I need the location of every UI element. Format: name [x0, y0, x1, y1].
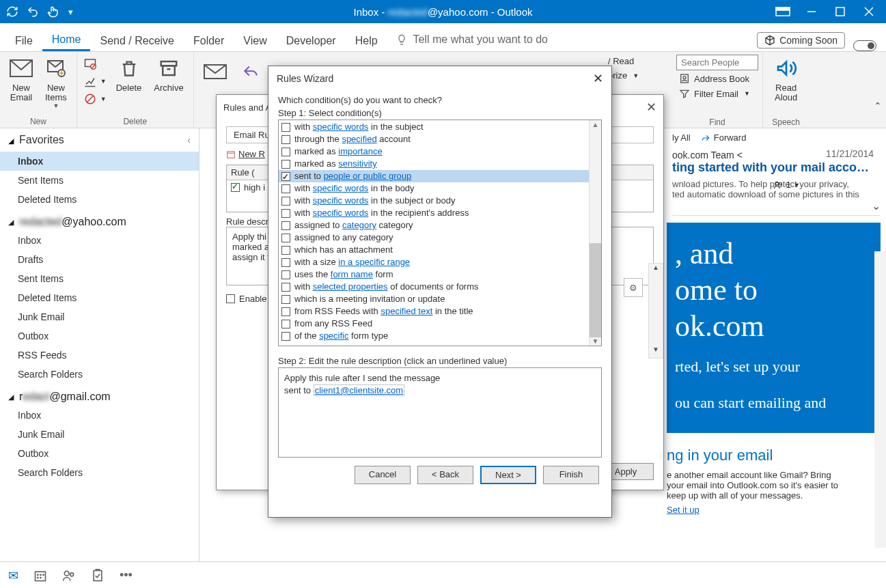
set-it-up-link[interactable]: Set it up: [667, 505, 881, 515]
condition-row[interactable]: with selected properties of documents or…: [279, 281, 601, 293]
nav-item-junk-email[interactable]: Junk Email: [0, 425, 199, 444]
recipient-link[interactable]: client1@clientsite.com: [314, 384, 405, 396]
nav-item-outbox[interactable]: Outbox: [0, 444, 199, 463]
rules-scrollbar[interactable]: ▲▼: [648, 263, 663, 359]
wizard-back-button[interactable]: < Back: [417, 466, 473, 484]
wizard-close-icon[interactable]: ✕: [593, 71, 603, 86]
ribbon-options-icon[interactable]: [769, 0, 797, 23]
nav-item-rss-feeds[interactable]: RSS Feeds: [0, 346, 199, 365]
condition-row[interactable]: of the specific form type: [279, 330, 601, 342]
condition-row[interactable]: through the specified account: [279, 133, 601, 145]
condition-checkbox[interactable]: [281, 172, 290, 181]
ignore-icon[interactable]: [81, 56, 109, 71]
tell-me[interactable]: Tell me what you want to do: [396, 28, 548, 51]
condition-checkbox[interactable]: [281, 123, 290, 132]
nav-item-inbox[interactable]: Inbox: [0, 152, 199, 171]
people-module-icon[interactable]: [62, 569, 76, 583]
condition-link[interactable]: selected properties: [313, 281, 388, 292]
nav-item-search-folders[interactable]: Search Folders: [0, 365, 199, 384]
expand-icon[interactable]: ⌄: [672, 199, 881, 212]
nav-item-sent-items[interactable]: Sent Items: [0, 269, 199, 288]
reply-button-partial[interactable]: [198, 56, 232, 86]
account1-header[interactable]: ◢redacted@yahoo.com: [0, 209, 199, 231]
condition-row[interactable]: sent to people or public group: [279, 170, 601, 182]
condition-row[interactable]: with specific words in the subject or bo…: [279, 195, 601, 207]
nav-item-junk-email[interactable]: Junk Email: [0, 307, 199, 326]
collapse-ribbon-icon[interactable]: ⌃: [874, 100, 882, 111]
more-modules-icon[interactable]: •••: [120, 568, 133, 583]
condition-checkbox[interactable]: [281, 184, 290, 193]
condition-row[interactable]: with specific words in the body: [279, 182, 601, 195]
delete-button[interactable]: Delete: [111, 53, 148, 96]
condition-checkbox[interactable]: [281, 234, 290, 242]
condition-row[interactable]: assigned to category category: [279, 219, 601, 232]
condition-link[interactable]: specific words: [313, 122, 369, 132]
rules-dialog-close-icon[interactable]: ✕: [646, 100, 656, 115]
filter-email-button[interactable]: Filter Email▼: [676, 87, 758, 100]
condition-row[interactable]: marked as importance: [279, 145, 601, 158]
condition-link[interactable]: specific: [319, 331, 348, 341]
collapse-nav-icon[interactable]: ‹: [187, 135, 191, 145]
read-aloud-button[interactable]: Read Aloud: [769, 53, 803, 105]
nav-item-inbox[interactable]: Inbox: [0, 231, 199, 250]
reply-arrow-icon[interactable]: [234, 56, 268, 86]
condition-link[interactable]: specific words: [313, 208, 369, 218]
condition-checkbox[interactable]: [281, 246, 290, 255]
address-book-button[interactable]: Address Book: [676, 72, 758, 85]
condition-link[interactable]: specific words: [313, 183, 369, 193]
condition-row[interactable]: from any RSS Feed: [279, 318, 601, 330]
condition-checkbox[interactable]: [281, 283, 290, 292]
archive-button[interactable]: Archive: [148, 53, 189, 96]
people-dropdown[interactable]: 1▼: [773, 180, 800, 190]
condition-row[interactable]: which has an attachment: [279, 244, 601, 256]
coming-soon-button[interactable]: Coming Soon: [757, 32, 845, 48]
tab-home[interactable]: Home: [42, 28, 91, 51]
mail-module-icon[interactable]: ✉: [8, 568, 18, 583]
tab-folder[interactable]: Folder: [184, 29, 234, 51]
maximize-icon[interactable]: [826, 0, 855, 23]
forward-button[interactable]: Forward: [700, 132, 747, 143]
condition-row[interactable]: from RSS Feeds with specified text in th…: [279, 305, 601, 318]
nav-item-inbox[interactable]: Inbox: [0, 406, 199, 425]
condition-checkbox[interactable]: [281, 307, 290, 316]
cleanup-icon[interactable]: ▼: [81, 74, 109, 89]
new-email-button[interactable]: New Email: [4, 53, 38, 105]
tab-send-receive[interactable]: Send / Receive: [90, 29, 184, 51]
condition-checkbox[interactable]: [281, 209, 290, 218]
minimize-icon[interactable]: [797, 0, 826, 23]
condition-row[interactable]: with specific words in the recipient's a…: [279, 207, 601, 219]
sync-icon[interactable]: [3, 2, 22, 21]
condition-checkbox[interactable]: [281, 332, 290, 341]
condition-link[interactable]: people or public group: [324, 171, 412, 181]
tab-help[interactable]: Help: [346, 29, 387, 51]
account2-header[interactable]: ◢redact@gmail.com: [0, 384, 199, 406]
reply-all-button[interactable]: ly All: [672, 132, 691, 143]
nav-item-deleted-items[interactable]: Deleted Items: [0, 288, 199, 307]
condition-checkbox[interactable]: [281, 135, 290, 144]
condition-link[interactable]: importance: [338, 146, 382, 156]
reading-scrollbar[interactable]: [874, 251, 886, 548]
condition-checkbox[interactable]: [281, 221, 290, 230]
junk-icon[interactable]: ▼: [81, 92, 109, 107]
condition-row[interactable]: with specific words in the subject: [279, 121, 601, 133]
condition-link[interactable]: form name: [331, 269, 373, 279]
new-items-button[interactable]: New Items ▼: [40, 53, 72, 112]
condition-row[interactable]: with a size in a specific range: [279, 256, 601, 268]
condition-checkbox[interactable]: [281, 295, 290, 304]
wizard-finish-button[interactable]: Finish: [543, 466, 599, 484]
nav-item-deleted-items[interactable]: Deleted Items: [0, 190, 199, 209]
condition-row[interactable]: which is a meeting invitation or update: [279, 293, 601, 305]
search-people-input[interactable]: [676, 55, 758, 70]
condition-checkbox[interactable]: [281, 160, 290, 169]
tasks-module-icon[interactable]: [91, 569, 105, 583]
condition-checkbox[interactable]: [281, 270, 290, 279]
qat-customize-icon[interactable]: ▾: [64, 2, 77, 21]
tab-developer[interactable]: Developer: [277, 29, 346, 51]
condition-checkbox[interactable]: [281, 197, 290, 206]
condition-row[interactable]: uses the form name form: [279, 268, 601, 281]
calendar-module-icon[interactable]: [33, 569, 47, 583]
condition-link[interactable]: specific words: [313, 195, 369, 206]
condition-link[interactable]: specified text: [380, 306, 432, 316]
condition-link[interactable]: in a specific range: [338, 257, 410, 267]
tab-view[interactable]: View: [234, 29, 276, 51]
